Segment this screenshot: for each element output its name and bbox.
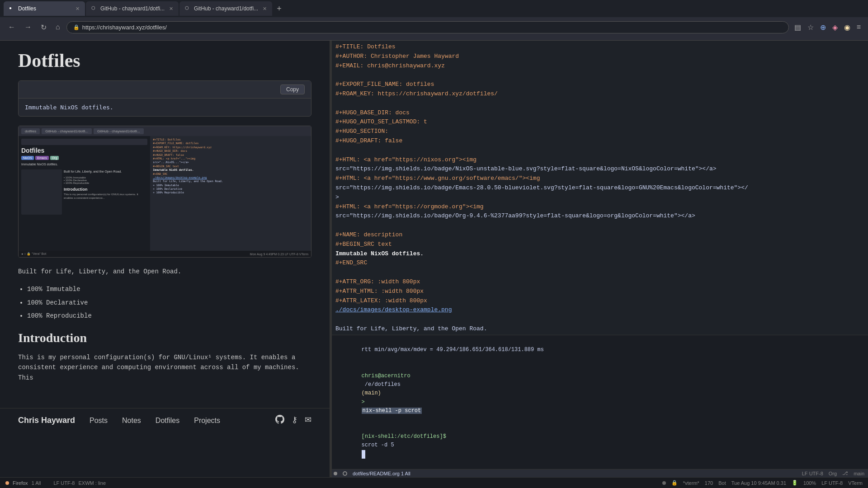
github-icon[interactable]: [275, 415, 284, 426]
tab-close-3[interactable]: ✕: [263, 6, 267, 12]
copy-button[interactable]: Copy: [280, 84, 305, 94]
bottom-left: Firefox 1 All LF UTF-8 EXWM : line: [5, 480, 335, 486]
editor-line-28: ./docs/images/desktop-example.png: [330, 305, 868, 315]
mini-screenshot: dotfiles GitHub - chayward1/dotfi... Git…: [19, 126, 311, 257]
mini-status-left: ● ○ 🔒 "Vera" Bot: [21, 252, 46, 256]
bottom-exwm: EXWM : line: [78, 480, 106, 486]
bottom-vterm: *vterm*: [683, 480, 699, 486]
editor-line-29: [330, 315, 868, 324]
bottom-count: 1 All: [32, 480, 41, 486]
menu-button[interactable]: ≡: [855, 22, 863, 33]
editor-line-14: #+HTML: <a href="https://www.gnu.org/sof…: [330, 174, 868, 183]
keybase-icon[interactable]: ⚷: [292, 415, 297, 426]
mini-browser-chrome: dotfiles GitHub - chayward1/dotfi... Git…: [19, 126, 311, 136]
bottom-datetime: Tue Aug 10 9:45AM 0.31: [731, 480, 786, 486]
terminal-input-line[interactable]: [nix-shell:/etc/dotfiles]$ scrot -d 5: [335, 424, 863, 467]
tab-favicon-2: ⬡: [91, 5, 98, 12]
status-dot-1: [334, 472, 337, 475]
code-block-text: Immutable NixOS dotfiles.: [25, 104, 113, 111]
tab-title-2: GitHub - chayward1/dotfi...: [100, 5, 165, 12]
site-nav-left: Chris Hayward Posts Notes Dotfiles Proje…: [18, 416, 220, 425]
nav-link-projects[interactable]: Projects: [194, 417, 220, 425]
home-button[interactable]: ⌂: [53, 21, 63, 33]
nav-link-notes[interactable]: Notes: [122, 417, 141, 425]
tab-close-2[interactable]: ✕: [169, 6, 173, 12]
nav-link-posts[interactable]: Posts: [90, 417, 108, 425]
tab-title-1: Dotfiles: [18, 5, 71, 12]
editor-line-18: src="https://img.shields.io/badge/Org-9.…: [330, 211, 868, 221]
bottom-firefox-label: Firefox: [13, 480, 28, 486]
email-icon[interactable]: ✉: [305, 415, 311, 426]
editor-line-16: >: [330, 193, 868, 202]
editor-line-8: #+HUGO_AUTO_SET_LASTMOD: t: [330, 117, 868, 127]
editor-line-21: #+BEGIN_SRC text: [330, 240, 868, 249]
extension-2-button[interactable]: ◈: [830, 22, 840, 33]
tab-github-2[interactable]: ⬡ GitHub - chayward1/dotfi... ✕: [179, 1, 272, 16]
editor-line-2: #+EMAIL: chris@chrishayward.xyz: [330, 61, 868, 71]
tab-close-1[interactable]: ✕: [75, 6, 80, 12]
tab-title-3: GitHub - chayward1/dotfi...: [194, 5, 258, 12]
editor-line-5: #+ROAM_KEY: https://chrishayward.xyz/dot…: [330, 89, 868, 99]
terminal-current-cmd: scrot -d 5: [362, 442, 394, 448]
status-circle: [343, 471, 347, 476]
editor-line-13: src="https://img.shields.io/badge/NixOS-…: [330, 164, 868, 174]
terminal-cursor: [362, 450, 365, 459]
mini-status-right: Mon Aug 9 4:49PM 0.23 LF UTF-8 VTerm: [250, 253, 308, 256]
bookmark-button[interactable]: ☆: [806, 22, 816, 33]
bullet-2: 100% Declarative: [27, 297, 311, 309]
status-file: dotfiles/README.org 1 All: [353, 471, 410, 476]
mini-badges: NixOS Emacs Org: [21, 156, 147, 160]
bottom-bot: Bot: [718, 480, 726, 486]
mini-right-panel: #+TITLE: Dotfiles #+EXPORT_FILE_NAME: do…: [150, 136, 311, 251]
editor-line-6: [330, 99, 868, 108]
editor-line-30: Built for Life, Liberty, and the Open Ro…: [330, 324, 868, 334]
address-text: https://chrishayward.xyz/dotfiles/: [82, 24, 782, 31]
editor-line-27: #+ATTR_LATEX: :width 800px: [330, 296, 868, 306]
status-mode: Org: [829, 471, 837, 476]
address-bar[interactable]: 🔒 https://chrishayward.xyz/dotfiles/: [66, 21, 789, 33]
editor-line-10: #+HUGO_DRAFT: false: [330, 136, 868, 146]
page-title: Dotfiles: [18, 50, 311, 71]
mini-tab-2: GitHub - chayward1/dotfi...: [42, 128, 92, 134]
bottom-lock: 🔒: [671, 480, 678, 486]
browser-content: Dotfiles Copy Immutable NixOS dotfiles. …: [0, 41, 330, 477]
reader-mode-button[interactable]: ▤: [793, 22, 803, 33]
bottom-dot-orange: [5, 481, 9, 485]
site-brand: Chris Hayward: [18, 416, 75, 425]
bottom-status-bar: Firefox 1 All LF UTF-8 EXWM : line 🔒 *vt…: [0, 477, 868, 488]
code-block-content: Immutable NixOS dotfiles.: [19, 99, 311, 116]
code-block-wrapper: Copy Immutable NixOS dotfiles.: [18, 80, 311, 117]
terminal-branch: (main): [362, 390, 381, 396]
nav-link-dotfiles[interactable]: Dotfiles: [156, 417, 179, 425]
editor-line-25: #+ATTR_ORG: :width 800px: [330, 277, 868, 287]
editor-content[interactable]: #+TITLE: Dotfiles#+AUTHOR: Christopher J…: [330, 41, 868, 335]
reload-button[interactable]: ↻: [38, 21, 49, 33]
status-branch: main: [854, 471, 864, 476]
editor-line-20: #+NAME: description: [330, 230, 868, 240]
lock-icon: 🔒: [73, 24, 80, 30]
mini-statusbar: ● ○ 🔒 "Vera" Bot Mon Aug 9 4:49PM 0.23 L…: [19, 251, 311, 257]
screenshot-image: dotfiles GitHub - chayward1/dotfi... Git…: [18, 126, 311, 258]
tab-dotfiles[interactable]: ● Dotfiles ✕: [4, 1, 85, 16]
editor-line-22: Immutable NixOS dotfiles.: [330, 249, 868, 259]
forward-button[interactable]: →: [22, 21, 34, 33]
editor-panel: #+TITLE: Dotfiles#+AUTHOR: Christopher J…: [330, 41, 868, 477]
editor-line-26: #+ATTR_HTML: :width 800px: [330, 287, 868, 296]
terminal-cmd: nix-shell -p scrot: [362, 408, 422, 414]
site-nav: Chris Hayward Posts Notes Dotfiles Proje…: [0, 408, 330, 432]
editor-line-9: #+HUGO_SECTION:: [330, 127, 868, 136]
extension-3-button[interactable]: ◉: [842, 22, 852, 33]
tab-github-1[interactable]: ⬡ GitHub - chayward1/dotfi... ✕: [86, 1, 179, 16]
panel-divider: [330, 41, 332, 477]
tab-favicon-3: ⬡: [185, 5, 191, 12]
back-button[interactable]: ←: [5, 21, 18, 33]
bullet-list: 100% Immutable 100% Declarative 100% Rep…: [27, 284, 311, 322]
extension-1-button[interactable]: ⊕: [818, 22, 828, 33]
mini-badge-emacs: Emacs: [35, 156, 48, 160]
editor-line-19: [330, 221, 868, 230]
nav-bar: ← → ↻ ⌂ 🔒 https://chrishayward.xyz/dotfi…: [0, 17, 868, 37]
main-area: Dotfiles Copy Immutable NixOS dotfiles. …: [0, 41, 868, 477]
new-tab-button[interactable]: +: [273, 4, 285, 14]
editor-line-23: #+END_SRC: [330, 258, 868, 268]
mini-content: Dotfiles NixOS Emacs Org Immutable NixOS…: [19, 136, 311, 251]
